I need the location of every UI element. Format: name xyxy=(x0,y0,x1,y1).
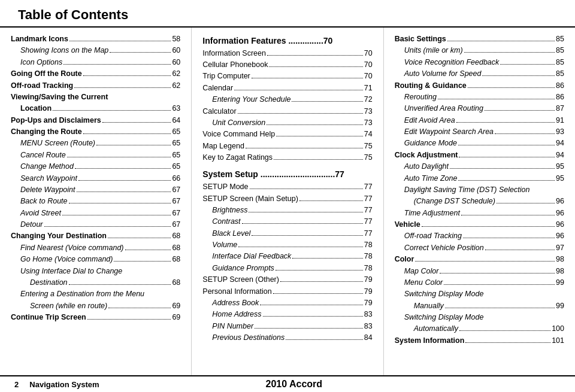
list-item: Using Interface Dial to Change xyxy=(11,266,180,277)
entry-dots xyxy=(252,78,363,78)
list-item: Switching Display Mode xyxy=(395,312,564,323)
list-item: Search Waypoint66 xyxy=(11,173,180,184)
list-item: Switching Display Mode xyxy=(395,288,564,300)
entry-dots xyxy=(96,145,171,145)
entry-page: 85 xyxy=(556,68,564,80)
list-item: Black Level77 xyxy=(202,228,372,239)
list-item: Going Off the Route62 xyxy=(11,68,180,80)
list-item: Rerouting86 xyxy=(395,92,564,103)
list-item: Back to Route67 xyxy=(11,196,180,207)
entry-label: Unit Conversion xyxy=(202,117,265,129)
entry-label: Destination xyxy=(11,277,68,288)
list-item: Address Book79 xyxy=(202,297,372,309)
entry-label: Showing Icons on the Map xyxy=(11,45,108,56)
entry-page: 77 xyxy=(364,205,373,216)
list-item: Unit Conversion73 xyxy=(202,117,372,129)
list-item: Go Home (Voice command)68 xyxy=(11,254,180,265)
list-item: Volume78 xyxy=(202,239,372,251)
entry-page: 94 xyxy=(556,138,564,149)
entry-dots xyxy=(286,339,363,340)
entry-page: 85 xyxy=(556,57,564,68)
list-item: Icon Options60 xyxy=(11,57,180,68)
entry-page: 65 xyxy=(172,138,180,149)
entry-dots xyxy=(292,258,362,259)
entry-page: 77 xyxy=(364,228,373,239)
section-title-setup: System Setup ...........................… xyxy=(202,168,372,181)
list-item: Screen (while en route)69 xyxy=(11,300,180,312)
list-item: Voice Recognition Feedback85 xyxy=(395,57,564,68)
entry-label: Black Level xyxy=(202,228,250,239)
entry-label: Pop-Ups and Disclaimers xyxy=(11,115,101,126)
entry-dots xyxy=(69,203,171,203)
entry-page: 79 xyxy=(364,274,373,285)
entry-label: Continue Trip Screen xyxy=(11,312,86,323)
entry-page: 98 xyxy=(556,266,564,277)
list-item: Manually99 xyxy=(395,300,564,312)
list-item: Guidance Mode94 xyxy=(395,138,564,149)
list-item: Interface Dial Feedback78 xyxy=(202,251,372,262)
entry-dots xyxy=(459,330,550,331)
list-item: Off-road Tracking96 xyxy=(395,230,564,242)
entry-label: Auto Volume for Speed xyxy=(395,68,482,80)
entry-page: 78 xyxy=(364,239,373,251)
list-item: Edit Avoid Area91 xyxy=(395,115,564,126)
entry-label: MENU Screen (Route) xyxy=(11,138,95,149)
entry-label: Changing the Route xyxy=(11,126,82,138)
entry-label: Going Off the Route xyxy=(11,68,82,80)
entry-dots xyxy=(75,168,171,169)
entry-label: Detour xyxy=(11,219,43,230)
entry-dots xyxy=(292,101,362,102)
entry-dots xyxy=(249,212,362,212)
list-item: Landmark Icons58 xyxy=(11,34,180,45)
entry-dots xyxy=(276,136,363,136)
entry-dots xyxy=(269,66,362,67)
entry-dots xyxy=(125,250,171,250)
entry-label: Daylight Saving Time (DST) Selection xyxy=(395,184,530,196)
entry-label: Personal Information xyxy=(202,286,271,297)
entry-page: 100 xyxy=(552,323,564,335)
entry-label: Viewing/Saving the Current xyxy=(11,92,108,103)
entry-page: 60 xyxy=(172,57,180,68)
entry-page: 65 xyxy=(172,150,180,161)
entry-page: 99 xyxy=(556,300,564,312)
entry-label: Auto Daylight xyxy=(395,161,449,172)
entry-page: 98 xyxy=(556,254,564,265)
entry-dots xyxy=(246,148,363,148)
entry-label: Time Adjustment xyxy=(395,208,460,219)
entry-label: Vehicle xyxy=(395,219,420,230)
list-item: Automatically100 xyxy=(395,323,564,335)
list-item: PIN Number83 xyxy=(202,321,372,332)
entry-dots xyxy=(78,180,171,181)
entry-dots xyxy=(63,64,171,65)
entry-dots xyxy=(461,215,555,215)
list-item: Vehicle96 xyxy=(395,219,564,230)
entry-label: Entering a Destination from the Menu xyxy=(11,288,144,300)
entry-page: 77 xyxy=(364,216,373,227)
list-item: Clock Adjustment94 xyxy=(395,150,564,161)
column-middle: Information Features ............... 70I… xyxy=(192,28,383,375)
entry-page: 71 xyxy=(364,83,373,94)
entry-page: 97 xyxy=(556,242,564,254)
entry-dots xyxy=(255,328,363,329)
entry-dots xyxy=(252,235,362,236)
entry-label: Guidance Mode xyxy=(395,138,457,149)
entry-label: Auto Time Zone xyxy=(395,173,458,184)
entry-page: 62 xyxy=(172,68,180,80)
list-item: Find Nearest (Voice command)68 xyxy=(11,242,180,254)
entry-label: Screen (while en route) xyxy=(11,300,107,312)
list-item: Entering Your Schedule72 xyxy=(202,94,372,105)
list-item: Information Screen70 xyxy=(202,48,372,59)
entry-dots xyxy=(458,145,555,145)
entry-dots xyxy=(415,261,555,262)
entry-label: Rerouting xyxy=(395,92,437,103)
entry-label: Previous Destinations xyxy=(202,332,285,344)
entry-label: SETUP Screen (Other) xyxy=(202,274,279,285)
entry-label: Changing Your Destination xyxy=(11,230,107,242)
entry-page: 65 xyxy=(172,161,180,172)
entry-label: PIN Number xyxy=(202,321,253,332)
entry-dots xyxy=(444,284,555,285)
entry-dots xyxy=(450,168,555,169)
entry-dots xyxy=(242,223,363,224)
entry-label: Switching Display Mode xyxy=(395,312,484,323)
entry-page: 101 xyxy=(552,335,564,347)
